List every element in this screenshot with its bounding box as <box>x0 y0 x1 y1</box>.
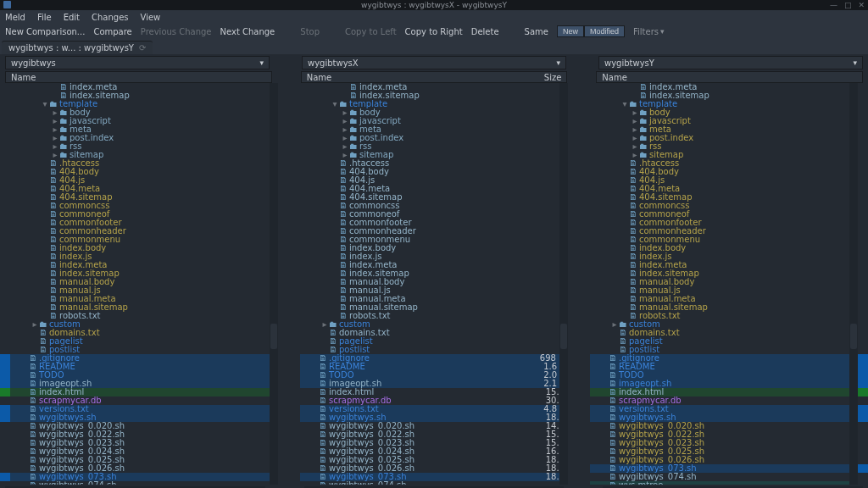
tree-row[interactable]: 🗎wygibtwys.sh <box>10 413 278 422</box>
expand-icon[interactable]: ▸ <box>341 108 349 117</box>
tree-row[interactable]: 🗎wygibtwys_074.sh <box>590 473 858 481</box>
tree-row[interactable]: 🗎wygibtwys_074.sh <box>10 481 278 485</box>
tree-row[interactable]: 🗎.gitignore <box>590 354 858 363</box>
tree-row[interactable]: 🗎pagelist <box>590 337 858 346</box>
expand-icon[interactable]: ▸ <box>631 125 639 134</box>
tree-row[interactable]: 🗎404.js <box>10 176 278 185</box>
tree-row[interactable]: 🗎domains.txt <box>300 329 568 337</box>
tree-row[interactable]: 🗎wygibtwys_0.022.sh15.6 <box>300 430 568 439</box>
tree-row[interactable]: 🗎README1.6 k <box>300 363 568 371</box>
tree-row[interactable]: 🗎manual.meta <box>590 295 858 303</box>
tree-row[interactable]: 🗎manual.js <box>590 286 858 295</box>
tree-row[interactable]: 🗎index.meta <box>10 261 278 269</box>
tree-row[interactable]: 🗎wygibtwys_0.023.sh <box>590 439 858 447</box>
tree-row[interactable]: 🗎wygibtwys_0.026.sh18.4 <box>300 464 568 473</box>
expand-icon[interactable]: ▸ <box>31 320 39 329</box>
expand-icon[interactable]: ▸ <box>320 320 329 329</box>
tree-row[interactable]: 🗎wygibtwys_0.024.sh16.9 <box>300 447 568 456</box>
scrollbar[interactable] <box>559 83 568 485</box>
tree-row[interactable]: 🗎wygibtwys_0.023.sh <box>10 439 278 447</box>
tree-row[interactable]: ▾🖿template <box>300 100 568 108</box>
tree-row[interactable]: 🗎manual.sitemap <box>10 303 278 312</box>
tree-row[interactable]: 🗎postlist <box>300 346 568 354</box>
expand-icon[interactable]: ▸ <box>341 125 349 134</box>
expand-icon[interactable]: ▸ <box>51 108 59 117</box>
tree-row[interactable]: 🗎commonfooter <box>300 219 568 227</box>
tree-row[interactable]: 🗎wygibtwys_0.025.sh <box>10 456 278 464</box>
right-col-header[interactable]: Name <box>596 71 863 83</box>
tree-row[interactable]: 🗎commoncss <box>300 202 568 210</box>
expand-icon[interactable]: ▾ <box>620 100 629 108</box>
minimize-icon[interactable]: — <box>830 1 837 9</box>
tree-row[interactable]: 🗎404.js <box>590 176 858 185</box>
tree-row[interactable]: 🗎imageopt.sh <box>590 380 858 388</box>
tree-row[interactable]: 🗎index.js <box>590 252 858 261</box>
tree-row[interactable]: 🗎commonmenu <box>300 236 568 244</box>
tree-row[interactable]: 🗎scrapmycar.db30.5 <box>300 396 568 405</box>
tree-row[interactable]: ▸🖿sitemap <box>300 151 568 159</box>
tree-row[interactable]: 🗎postlist <box>590 346 858 354</box>
tree-row[interactable]: ▸🖿rss <box>10 142 278 151</box>
tree-row[interactable]: 🗎index.sitemap <box>590 92 858 100</box>
tree-row[interactable]: 🗎scrapmycar.db <box>10 396 278 405</box>
expand-icon[interactable]: ▸ <box>631 134 639 142</box>
tree-row[interactable]: 🗎index.html <box>590 388 858 396</box>
tree-row[interactable]: 🗎README <box>10 363 278 371</box>
tree-row[interactable]: 🗎robots.txt <box>300 312 568 320</box>
tree-row[interactable]: 🗎.htaccess <box>10 159 278 168</box>
tree-row[interactable]: 🗎robots.txt <box>10 312 278 320</box>
tree-row[interactable]: 🗎TODO <box>10 371 278 380</box>
delete-button[interactable]: Delete <box>471 27 499 36</box>
tree-row[interactable]: 🗎wygibtwys_0.024.sh <box>10 447 278 456</box>
scrollbar[interactable] <box>849 83 858 485</box>
tree-row[interactable]: 🗎index.sitemap <box>10 269 278 278</box>
tree-row[interactable]: ▸🖿rss <box>300 142 568 151</box>
tree-row[interactable]: 🗎manual.js <box>300 286 568 295</box>
tree-row[interactable]: ▸🖿sitemap <box>590 151 858 159</box>
center-col-header[interactable]: Name Size <box>301 71 568 83</box>
tree-row[interactable]: 🗎wygibtwys_0.026.sh <box>590 456 858 464</box>
tree-row[interactable]: 🗎index.js <box>300 252 568 261</box>
tree-row[interactable]: 🗎pagelist <box>10 337 278 346</box>
filters-dropdown[interactable]: Filters▾ <box>633 27 665 36</box>
tree-row[interactable]: ▸🖿javascript <box>590 117 858 125</box>
tree-row[interactable]: 🗎manual.js <box>10 286 278 295</box>
tree-row[interactable]: 🗎404.body <box>300 168 568 176</box>
tree-row[interactable]: 🗎404.sitemap <box>590 193 858 202</box>
tree-row[interactable]: ▸🖿sitemap <box>10 151 278 159</box>
tree-row[interactable]: 🗎manual.body <box>300 278 568 286</box>
tree-row[interactable]: 🗎pagelist <box>300 337 568 346</box>
tree-row[interactable]: 🗎wygibtwys_073.sh <box>590 464 858 473</box>
tree-row[interactable]: 🗎index.sitemap <box>300 269 568 278</box>
tree-row[interactable]: 🗎index.sitemap <box>300 92 568 100</box>
tree-row[interactable]: 🗎404.js <box>300 176 568 185</box>
tab-reload-icon[interactable]: ⟳ <box>139 43 146 53</box>
same-toggle[interactable]: Same <box>525 27 548 36</box>
tab-active[interactable]: wygibtwys : w... : wygibtwysY ⟳ <box>2 41 153 54</box>
scrollbar[interactable] <box>270 83 278 485</box>
tree-row[interactable]: 🗎TODO2.0 k <box>300 371 568 380</box>
tree-row[interactable]: 🗎index.sitemap <box>590 269 858 278</box>
tree-row[interactable]: 🗎.gitignore698 B <box>300 354 568 363</box>
expand-icon[interactable]: ▸ <box>631 108 639 117</box>
tree-row[interactable]: 🗎postlist <box>10 346 278 354</box>
maximize-icon[interactable]: □ <box>844 1 852 9</box>
tree-row[interactable]: 🗎404.meta <box>10 185 278 193</box>
tree-row[interactable]: 🗎index.meta <box>300 83 568 92</box>
modified-toggle[interactable]: Modified <box>584 25 625 37</box>
tree-row[interactable]: 🗎wygibtwys_0.022.sh <box>10 430 278 439</box>
tree-row[interactable]: 🗎commoncss <box>590 202 858 210</box>
expand-icon[interactable]: ▸ <box>51 125 59 134</box>
expand-icon[interactable]: ▾ <box>331 100 339 108</box>
tree-row[interactable]: 🗎TODO <box>590 371 858 380</box>
tree-row[interactable]: 🗎404.body <box>590 168 858 176</box>
tree-row[interactable]: 🗎index.meta <box>590 83 858 92</box>
tree-row[interactable]: 🗎README <box>590 363 858 371</box>
tree-row[interactable]: 🗎versions.txt4.8 k <box>300 405 568 413</box>
expand-icon[interactable]: ▸ <box>631 142 639 151</box>
tree-row[interactable]: 🗎manual.sitemap <box>590 303 858 312</box>
tree-row[interactable]: ▸🖿meta <box>300 125 568 134</box>
tree-row[interactable]: 🗎index.meta <box>300 261 568 269</box>
compare-button[interactable]: Compare <box>93 27 131 36</box>
tree-row[interactable]: 🗎wys.mtree <box>590 481 858 485</box>
